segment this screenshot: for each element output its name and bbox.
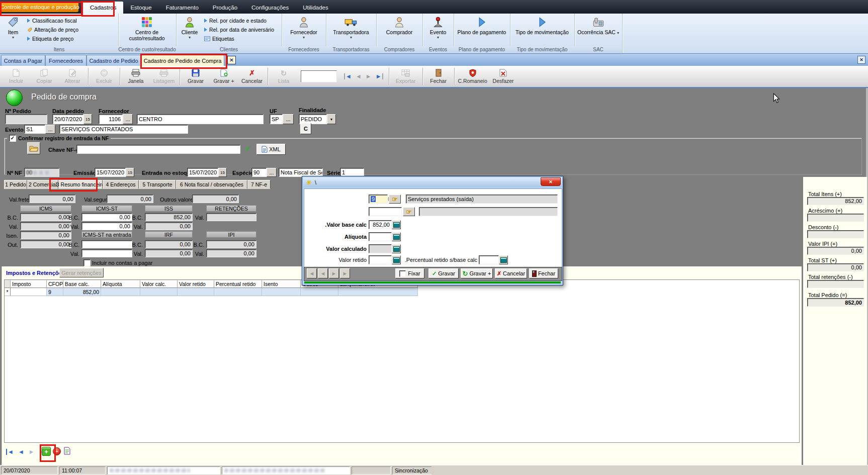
fixar-checkbox[interactable]: [399, 270, 406, 277]
aliquota-calc-button[interactable]: [392, 232, 401, 241]
nav-next-icon[interactable]: ►: [366, 73, 372, 79]
valor-base-field[interactable]: 852,00: [369, 220, 392, 229]
icms-isen-field[interactable]: 0,00: [20, 231, 71, 239]
uf-lookup-button[interactable]: ...: [283, 114, 294, 124]
valor-base-calc-button[interactable]: [392, 220, 401, 229]
nav-first-icon[interactable]: ◄: [344, 73, 352, 79]
ribbon-item-classificacao-fiscal[interactable]: Classificacao fiscal: [27, 16, 78, 25]
ribbon-tab-faturamento[interactable]: Faturamento: [159, 2, 206, 14]
tipo-movimentacao-button[interactable]: Tipo de movimentação: [514, 16, 570, 45]
grid-delete-row-button[interactable]: −: [53, 447, 61, 455]
dialog-cancelar-button[interactable]: ✗ Cancelar: [495, 268, 527, 278]
ribbon-item-rel-aniversario[interactable]: Rel. por data de aniversário: [204, 25, 274, 34]
num-pedido-field[interactable]: [5, 114, 47, 124]
fornecedor-button[interactable]: Fornecedor ▾: [285, 16, 323, 45]
calendar-icon[interactable]: 15: [218, 168, 227, 177]
c-button[interactable]: C: [300, 123, 311, 134]
cfop-field[interactable]: 9: [369, 195, 388, 204]
item-button[interactable]: Item ▾: [2, 16, 24, 45]
col-imposto[interactable]: Imposto: [11, 280, 47, 288]
toolbar-exportar-button[interactable]: Exportar: [391, 67, 421, 86]
toolbar-copiar-button[interactable]: Copiar: [30, 67, 58, 86]
valor-retido-calc-button[interactable]: [392, 255, 401, 264]
fornecedor-lookup-button[interactable]: ...: [123, 114, 133, 124]
cell-aliquota[interactable]: [101, 288, 140, 296]
dialog-nav-first-button[interactable]: ◄: [307, 268, 317, 278]
dialog-fechar-button[interactable]: Fechar: [529, 268, 558, 278]
cell-valor-calc[interactable]: [140, 288, 178, 296]
icms-out-field[interactable]: 0,00: [20, 240, 71, 248]
retencoes-val-field[interactable]: [206, 213, 256, 221]
nav-last-icon[interactable]: ►: [376, 73, 383, 79]
toolbar-listagem-button[interactable]: Listagem: [150, 67, 178, 86]
calendar-icon[interactable]: 15: [126, 168, 134, 177]
cliente-button[interactable]: Cliente ▾: [178, 16, 201, 45]
grid-nav-prev-icon[interactable]: ◄: [18, 449, 24, 455]
valor-calculado-calc-button[interactable]: [392, 244, 401, 253]
ipi-val-field[interactable]: 0,00: [206, 249, 256, 257]
evento-code-field[interactable]: S1: [24, 125, 45, 134]
transportadora-button[interactable]: Transportadora ▾: [328, 16, 374, 45]
ribbon-item-etiquetas[interactable]: Etiquetas: [204, 34, 274, 43]
open-folder-button[interactable]: [27, 142, 40, 154]
outros-valores-field[interactable]: 0,00: [192, 195, 239, 203]
ribbon-tab-utilidades[interactable]: Utilidades: [296, 2, 335, 14]
tab-transporte[interactable]: 5 Transporte: [139, 180, 176, 189]
cell-cfop[interactable]: 9: [47, 288, 63, 296]
iss-bc-field[interactable]: 852,00: [145, 213, 193, 221]
fornecedor-name-field[interactable]: CENTRO: [137, 114, 264, 124]
dialog-nav-last-button[interactable]: ►: [340, 268, 350, 278]
toolbar-romaneio-button[interactable]: C.Romaneio: [456, 67, 489, 86]
cell-percentual-retido[interactable]: [214, 288, 262, 296]
ribbon-tab-cadastros[interactable]: Cadastros: [83, 2, 123, 14]
col-base-calc[interactable]: Base calc.: [63, 280, 101, 288]
icms-val-field[interactable]: 0,00: [20, 222, 71, 230]
icmsst-val-field[interactable]: 0,00: [81, 222, 132, 230]
ribbon-item-etiqueta-preco[interactable]: Etiqueta de preço: [27, 34, 78, 43]
mdi-tab-contas-a-pagar[interactable]: Contas a Pagar: [1, 55, 45, 66]
icmsst-entrada-val-field[interactable]: [81, 249, 132, 257]
dialog-gravar-mais-button[interactable]: ↻ Gravar +: [461, 268, 493, 278]
especie-code-field[interactable]: 90: [251, 168, 267, 177]
finalidade-dropdown-button[interactable]: ▾: [327, 114, 336, 124]
ribbon-tab-configuracoes[interactable]: Configurações: [244, 2, 296, 14]
mdi-tab-close-button[interactable]: ✕: [227, 56, 236, 64]
col-percentual-retido[interactable]: Percentual retido: [214, 280, 262, 288]
tab-comercial[interactable]: 2 Comercial: [27, 180, 58, 189]
col-isento[interactable]: Isento: [262, 280, 301, 288]
num-nf-field[interactable]: 00: [24, 168, 59, 177]
toolbar-lista-button[interactable]: ↻ Lista: [270, 67, 298, 86]
toolbar-desfazer-button[interactable]: Desfazer: [489, 67, 517, 86]
validate-check-icon[interactable]: ✓: [244, 144, 251, 153]
fornecedor-code-field[interactable]: 1106: [99, 114, 123, 124]
ocorrencia-sac-button[interactable]: Ocorrência SAC ▾: [577, 16, 619, 45]
cell-lanc-financ[interactable]: [338, 288, 418, 296]
comprador-button[interactable]: Comprador: [379, 16, 419, 45]
cell-base-calc[interactable]: 852,00: [63, 288, 101, 296]
uf-field[interactable]: SP: [270, 114, 283, 124]
dialog-gravar-button[interactable]: ✓ Gravar: [428, 268, 459, 278]
incluir-contas-checkbox[interactable]: [83, 259, 91, 266]
calendar-icon[interactable]: 15: [83, 114, 92, 124]
toolbar-cancelar-button[interactable]: ✗ Cancelar: [238, 67, 266, 86]
val-seguro-field[interactable]: 0,00: [107, 195, 153, 203]
valor-retido-field[interactable]: [369, 255, 392, 264]
tab-nfe[interactable]: 7 NF-e: [247, 180, 271, 189]
ribbon-item-alteracao-preco[interactable]: Alteração de preço: [27, 25, 78, 34]
grid-add-row-button[interactable]: +: [42, 446, 51, 456]
tab-resumo-financeiro[interactable]: 3 Resumo financeiro: [58, 180, 103, 189]
nf-checkbox[interactable]: ✓: [9, 135, 16, 142]
col-cfop[interactable]: CFOP: [47, 280, 63, 288]
ribbon-item-rel-cidade-estado[interactable]: Rel. por cidade e estado: [204, 16, 274, 25]
gerar-retencoes-button[interactable]: Gerar retenções: [59, 268, 104, 277]
icms-bc-field[interactable]: 0,00: [20, 213, 71, 221]
toolbar-fechar-button[interactable]: Fechar: [424, 67, 453, 86]
plano-pagamento-button[interactable]: Plano de pagamento: [457, 16, 507, 45]
toolbar-excluir-button[interactable]: Excluir: [90, 67, 118, 86]
val-frete-field[interactable]: 0,00: [29, 195, 75, 203]
irf-bc-field[interactable]: 0,00: [145, 240, 193, 248]
nav-prev-icon[interactable]: ◄: [356, 73, 362, 79]
toolbar-janela-button[interactable]: Janela: [122, 67, 150, 86]
centro-custo-button[interactable]: Centro de custo/resultado: [121, 16, 172, 45]
tab-pedido[interactable]: 1 Pedido: [4, 180, 27, 189]
